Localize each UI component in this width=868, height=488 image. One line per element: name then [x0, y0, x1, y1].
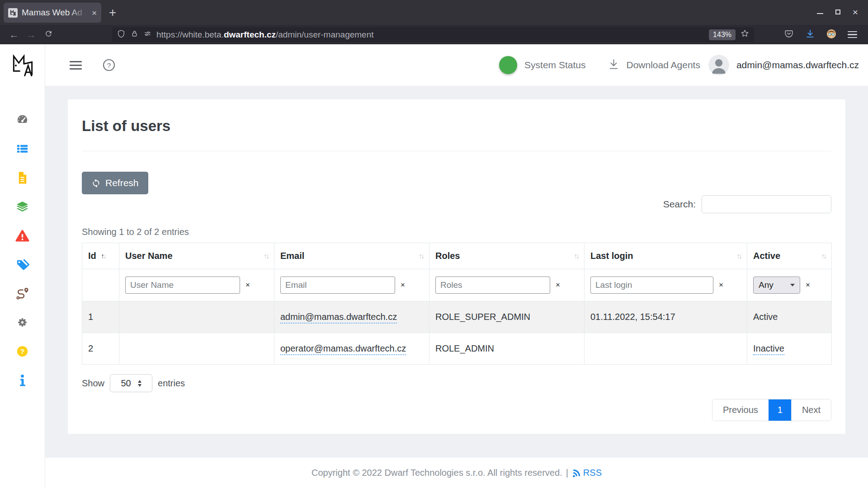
filter-email-input[interactable] [280, 277, 395, 294]
column-header-active[interactable]: Active ↑↓ [747, 243, 832, 269]
sort-icons: ↑↓ [264, 252, 268, 260]
url-path: /admin/user-management [276, 30, 374, 39]
browser-toolbar: ← → https://white.beta.dwarftech.cz/admi… [0, 25, 868, 44]
profile-avatar-icon[interactable] [826, 29, 836, 41]
system-status-indicator[interactable] [499, 56, 517, 74]
column-header-user-name[interactable]: User Name ↑↓ [119, 243, 274, 269]
refresh-button[interactable]: Refresh [82, 172, 148, 194]
new-tab-button[interactable]: + [109, 6, 116, 19]
column-label: Last login [590, 251, 633, 261]
rss-link[interactable]: RSS [572, 468, 602, 478]
tab-close-icon[interactable]: × [92, 9, 97, 17]
pagination: Previous 1 Next [712, 399, 831, 421]
url-text[interactable]: https://white.beta.dwarftech.cz/admin/us… [156, 30, 704, 40]
document-icon [15, 171, 29, 185]
reload-button[interactable] [42, 29, 55, 40]
sort-icons: ↑↓ [419, 252, 423, 260]
question-circle-icon: ? [15, 344, 29, 358]
page-title: List of users [82, 115, 831, 135]
column-header-roles[interactable]: Roles ↑↓ [429, 243, 585, 269]
sync-icon [91, 178, 101, 188]
copyright-text: Copyright © 2022 Dwarf Technologies s.r.… [311, 468, 562, 478]
download-agents-label[interactable]: Download Agents [626, 60, 700, 70]
clear-filter-icon[interactable]: × [806, 281, 810, 290]
sidebar-item-tags[interactable] [15, 258, 30, 272]
user-email[interactable]: admin@mamas.dwarftech.cz [736, 60, 859, 70]
cell-active: Inactive [747, 333, 832, 365]
filter-active-select[interactable]: Any [753, 277, 800, 294]
sidebar-item-dashboard[interactable] [15, 113, 30, 127]
back-button[interactable]: ← [7, 30, 21, 40]
clear-filter-icon[interactable]: × [719, 281, 723, 290]
current-page-button[interactable]: 1 [769, 399, 791, 421]
column-label: Roles [435, 251, 460, 261]
sidebar-item-layers[interactable] [15, 200, 30, 214]
forward-button[interactable]: → [24, 30, 38, 40]
column-header-email[interactable]: Email ↑↓ [274, 243, 429, 269]
table-row: 1 admin@mamas.dwarftech.cz ROLE_SUPER_AD… [82, 301, 832, 333]
lock-icon[interactable] [130, 29, 139, 40]
table-row: 2 operator@mamas.dwarftech.cz ROLE_ADMIN… [82, 333, 832, 365]
sidebar-item-route[interactable] [15, 286, 30, 300]
stepper-icon [138, 380, 142, 387]
showing-entries-text: Showing 1 to 2 of 2 entries [82, 227, 831, 237]
mamas-logo[interactable] [8, 52, 37, 80]
downloads-icon[interactable] [805, 29, 815, 41]
filter-last-login-input[interactable] [590, 277, 713, 294]
column-header-id[interactable]: Id ↑↓ [82, 243, 119, 269]
permissions-icon[interactable] [143, 29, 152, 40]
search-input[interactable] [702, 195, 831, 213]
shield-icon[interactable] [117, 29, 126, 40]
download-icon[interactable] [607, 58, 620, 73]
sidebar-toggle-icon[interactable] [70, 61, 82, 70]
next-page-button[interactable]: Next [791, 399, 831, 421]
sidebar-item-info[interactable] [15, 373, 30, 387]
clear-filter-icon[interactable]: × [401, 281, 405, 290]
filter-user-name-input[interactable] [125, 277, 240, 294]
rss-label: RSS [583, 468, 602, 478]
pocket-icon[interactable] [784, 29, 794, 41]
bookmark-star-icon[interactable] [740, 29, 750, 40]
show-label: Show [82, 378, 104, 389]
sidebar-item-help[interactable]: ? [15, 344, 30, 358]
page-length-select[interactable]: 50 [110, 374, 152, 392]
warning-icon [15, 229, 29, 243]
email-link[interactable]: operator@mamas.dwarftech.cz [280, 343, 406, 355]
cell-email: admin@mamas.dwarftech.cz [274, 301, 429, 333]
sidebar-item-modules[interactable] [15, 142, 30, 156]
window-maximize-button[interactable] [835, 9, 840, 14]
zoom-level-badge[interactable]: 143% [709, 29, 736, 40]
filter-roles-input[interactable] [435, 277, 550, 294]
browser-tab[interactable]: Mamas Web Ad × [4, 3, 101, 23]
app-header: ? System Status Download Agents admin@ma… [45, 44, 868, 86]
rss-icon [572, 469, 581, 478]
previous-page-button[interactable]: Previous [712, 399, 769, 421]
sidebar-item-alerts[interactable] [15, 229, 30, 243]
cell-user-name [119, 333, 274, 365]
help-icon[interactable]: ? [103, 59, 115, 71]
system-status-label[interactable]: System Status [524, 60, 585, 70]
email-link[interactable]: admin@mamas.dwarftech.cz [280, 312, 397, 324]
user-avatar[interactable] [708, 55, 729, 75]
browser-menu-icon[interactable] [848, 31, 857, 38]
entries-label: entries [158, 378, 185, 389]
window-minimize-button[interactable] [817, 13, 823, 14]
sidebar-item-documents[interactable] [15, 171, 30, 185]
cell-last-login [585, 333, 747, 365]
sidebar-item-settings[interactable] [15, 315, 30, 329]
column-label: Email [280, 251, 304, 261]
users-table: Id ↑↓ User Name ↑↓ Email ↑↓ [82, 243, 832, 365]
cell-last-login: 01.11.2022, 15:54:17 [585, 301, 747, 333]
cell-id: 1 [82, 301, 119, 333]
cell-id: 2 [82, 333, 119, 365]
clear-filter-icon[interactable]: × [245, 281, 250, 290]
column-header-last-login[interactable]: Last login ↑↓ [585, 243, 747, 269]
window-close-button[interactable]: × [853, 7, 858, 17]
svg-text:?: ? [20, 347, 24, 355]
cell-roles: ROLE_ADMIN [429, 333, 585, 365]
url-bar[interactable]: https://white.beta.dwarftech.cz/admin/us… [112, 27, 754, 42]
cell-email: operator@mamas.dwarftech.cz [274, 333, 429, 365]
favicon-icon [8, 8, 18, 18]
active-status-link[interactable]: Inactive [753, 343, 784, 355]
clear-filter-icon[interactable]: × [556, 281, 560, 290]
